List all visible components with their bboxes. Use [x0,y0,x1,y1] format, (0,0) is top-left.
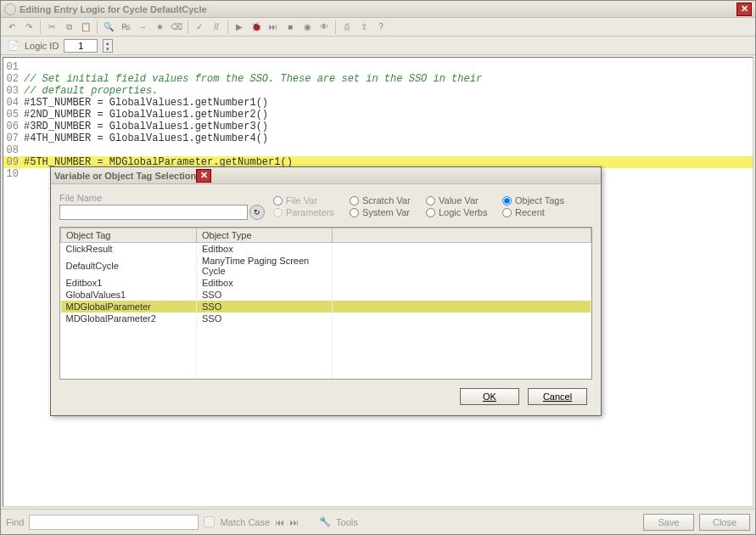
table-row[interactable]: DefaultCycleManyTime Paging Screen Cycle [61,255,591,277]
toolbar-run-icon[interactable]: ▶ [232,20,247,35]
table-row[interactable]: MDGlobalParameter2SSO [61,313,591,324]
toolbar-clear-icon[interactable]: ⌫ [169,20,184,35]
line-number: 04 [3,97,24,109]
toolbar-comment-icon[interactable]: // [209,20,224,35]
col-object-tag[interactable]: Object Tag [61,228,197,243]
dialog-close-button[interactable]: ✕ [196,169,211,183]
line-number: 06 [3,121,24,132]
main-window: Editing Entry Logic for Cycle DefaultCyc… [0,0,756,535]
toolbar-step-icon[interactable]: ⏭ [266,20,281,35]
close-button[interactable]: Close [699,514,750,531]
cell-spacer [333,277,591,289]
radio-parameters [273,208,283,217]
line-number: 10 [3,168,24,180]
code-line[interactable]: 02// Set initial field values from the S… [3,73,753,85]
table-row[interactable]: Editbox1Editbox [61,277,591,289]
toolbar-break-icon[interactable]: ◉ [300,20,315,35]
cell-object-type: SSO [197,289,333,301]
toolbar-stop-icon[interactable]: ■ [283,20,298,35]
cell-spacer [333,289,591,301]
code-line[interactable]: 07#4TH_NUMBER = GlobalValues1.getNumber4… [3,132,753,144]
table-row[interactable]: ClickResultEditbox [61,243,591,256]
toolbar-goto-icon[interactable]: → [135,20,150,35]
window-title: Editing Entry Logic for Cycle DefaultCyc… [20,4,207,14]
radio-scratch-var[interactable] [350,196,359,206]
cell-object-type: SSO [197,301,333,313]
toolbar-copy-icon[interactable]: ⧉ [61,20,76,35]
tools-icon[interactable]: 🔧 [319,516,331,527]
titlebar: Editing Entry Logic for Cycle DefaultCyc… [1,1,755,18]
radio-object-tags[interactable] [502,196,512,206]
cell-spacer [333,313,591,324]
table-row-empty [61,336,591,348]
code-line[interactable]: 01 [3,61,753,73]
cell-object-tag: MDGlobalParameter [61,301,197,313]
file-name-combo[interactable] [59,205,248,220]
cell-spacer [333,255,591,277]
table-row-empty [61,360,591,372]
line-number: 05 [3,109,24,121]
toolbar-redo-icon[interactable]: ↷ [21,20,36,35]
cell-object-tag: GlobalValues1 [61,289,197,301]
window-close-button[interactable]: ✕ [736,3,752,16]
toolbar-watch-icon[interactable]: 👁 [316,20,332,35]
col-object-type[interactable]: Object Type [197,228,333,243]
tools-label: Tools [336,517,358,527]
ok-button[interactable]: OK [460,388,519,405]
bottom-bar: Find Match Case ⏮ ⏭ 🔧 Tools Save Close [1,509,755,534]
toolbar-find-icon[interactable]: 🔍 [101,20,116,35]
code-line[interactable]: 05#2ND_NUMBER = GlobalValues1.getNumber2… [3,109,753,121]
radio-logic-verbs[interactable] [426,208,435,217]
toolbar-cut-icon[interactable]: ✂ [44,20,59,35]
toolbar-bookmark-icon[interactable]: ★ [152,20,167,35]
doc-icon: 📄 [8,40,20,51]
find-prev-icon[interactable]: ⏮ [275,517,284,527]
toolbar-paste-icon[interactable]: 📋 [78,20,93,35]
code-line[interactable]: 06#3RD_NUMBER = GlobalValues1.getNumber3… [3,121,753,132]
table-row-empty [61,348,591,360]
toolbar-print-icon[interactable]: ⎙ [339,20,355,35]
toolbar-replace-icon[interactable]: ₨ [118,20,133,35]
toolbar-debug-icon[interactable]: 🐞 [249,20,264,35]
line-number: 03 [3,85,24,97]
line-number: 02 [3,73,24,85]
go-button[interactable]: ↻ [249,205,265,220]
code-line[interactable]: 04#1ST_NUMBER = GlobalValues1.getNumber1… [3,97,753,109]
table-row[interactable]: MDGlobalParameterSSO [61,301,591,313]
find-next-icon[interactable]: ⏭ [289,517,299,527]
cell-object-tag: DefaultCycle [61,255,197,277]
table-row[interactable]: GlobalValues1SSO [61,289,591,301]
app-icon [4,3,16,15]
radio-file-var[interactable] [273,196,283,206]
file-name-label: File Name [59,193,265,203]
logic-id-label: Logic ID [25,41,59,51]
radio-value-var[interactable] [426,196,435,206]
logic-id-bar: 📄 Logic ID ▴▾ [1,37,755,55]
find-input[interactable] [29,515,199,530]
variable-selection-dialog: Variable or Object Tag Selection ✕ File … [50,166,602,416]
match-case-label: Match Case [220,517,270,527]
code-line[interactable]: 08 [3,144,753,156]
match-case-checkbox[interactable] [204,516,215,527]
logic-id-input[interactable] [64,39,98,53]
toolbar-help-icon[interactable]: ? [373,20,389,35]
toolbar-export-icon[interactable]: ⇪ [356,20,372,35]
line-text: #3RD_NUMBER = GlobalValues1.getNumber3() [24,121,268,132]
table-row-empty [61,324,591,336]
toolbar-validate-icon[interactable]: ✓ [192,20,207,35]
logic-id-spinner[interactable]: ▴▾ [103,39,113,53]
cancel-button[interactable]: Cancel [528,388,587,405]
radio-recent[interactable] [502,208,512,217]
object-tag-table[interactable]: Object Tag Object Type ClickResultEditbo… [59,227,592,380]
line-number: 08 [3,144,24,156]
cell-object-type: ManyTime Paging Screen Cycle [197,255,333,277]
toolbar-undo-icon[interactable]: ↶ [4,20,20,35]
dialog-title: Variable or Object Tag Selection [54,171,196,181]
col-spacer [333,228,591,243]
save-button[interactable]: Save [643,514,694,531]
code-line[interactable]: 03// default properties. [3,85,753,97]
table-row-empty [61,372,591,380]
radio-system-var[interactable] [350,208,359,217]
line-number: 09 [3,156,24,168]
cell-spacer [333,243,591,256]
